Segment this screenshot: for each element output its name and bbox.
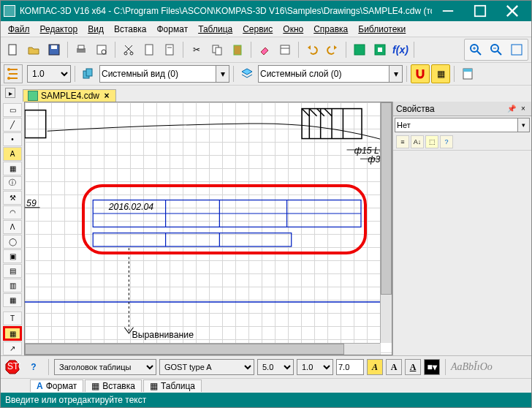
stop-button[interactable]: STOP	[4, 358, 21, 376]
font-preview: AaBbĬıOo	[451, 361, 493, 373]
layers-button[interactable]	[238, 64, 256, 83]
color-button[interactable]: ■▾	[424, 359, 440, 375]
tool-text-t[interactable]: T	[3, 311, 22, 325]
tool-box3[interactable]: ▥	[3, 279, 22, 292]
layer-combo[interactable]: ▾	[258, 65, 403, 83]
style-select[interactable]: Заголовок таблицы	[54, 359, 156, 375]
clear-button[interactable]	[255, 40, 274, 59]
size2-select[interactable]: 1.0	[297, 359, 333, 375]
svg-text:59: 59	[26, 198, 37, 208]
tool-table-highlighted[interactable]: ▦	[3, 326, 22, 341]
rp-tool-1[interactable]: ≡	[396, 135, 409, 148]
rp-tool-2[interactable]: A↓	[411, 135, 424, 148]
prop-tab-insert[interactable]: ▦Вставка	[85, 379, 142, 392]
bold-button[interactable]: A	[386, 359, 402, 375]
tool-text[interactable]: A	[3, 147, 22, 161]
tool-line[interactable]: ╱	[3, 118, 22, 132]
prop-tab-table[interactable]: ▦Таблица	[143, 379, 202, 392]
size3-input[interactable]	[336, 359, 364, 375]
cut-button[interactable]	[119, 40, 138, 59]
drawing-canvas[interactable]: ф15 L6/к ф32 2016.02.04	[24, 102, 392, 355]
library-button[interactable]	[350, 40, 369, 59]
menu-edit[interactable]: Редактор	[36, 23, 83, 36]
snap-magnet-button[interactable]	[411, 64, 430, 83]
vertical-scrollbar[interactable]	[380, 102, 392, 343]
menu-window[interactable]: Окно	[278, 23, 308, 36]
tool-arc[interactable]: ◠	[3, 205, 22, 219]
svg-rect-14	[166, 45, 173, 55]
scale-select[interactable]: 1.0	[27, 65, 71, 83]
undo-button[interactable]	[303, 40, 322, 59]
views-button[interactable]	[79, 64, 98, 83]
open-button[interactable]	[24, 40, 43, 59]
svg-rect-31	[512, 45, 522, 55]
menu-table[interactable]: Таблица	[194, 23, 237, 36]
tool-box1[interactable]: ▣	[3, 249, 22, 263]
chevron-down-icon[interactable]: ▾	[216, 65, 229, 83]
library2-button[interactable]	[370, 40, 390, 59]
new-button[interactable]	[4, 40, 23, 59]
view-combo[interactable]: ▾	[99, 65, 229, 83]
print-preview-button[interactable]	[92, 40, 111, 59]
minimize-button[interactable]	[432, 1, 464, 21]
fx-button[interactable]: f(x)	[391, 40, 410, 59]
menu-service[interactable]: Сервис	[238, 23, 277, 36]
tool-box2[interactable]: ▤	[3, 264, 22, 278]
close-button[interactable]	[496, 1, 528, 21]
panel-close-button[interactable]: ×	[518, 104, 528, 114]
save-button[interactable]	[45, 40, 64, 59]
scissors-button[interactable]: ✂	[187, 40, 206, 59]
paste-button[interactable]	[228, 40, 247, 59]
tab-close-button[interactable]: ×	[102, 91, 111, 100]
redo-button[interactable]	[323, 40, 342, 59]
snap-options-button[interactable]: ▦	[431, 64, 450, 83]
maximize-button[interactable]	[464, 1, 496, 21]
tool-compass[interactable]: Λ	[3, 220, 22, 234]
tool-circle[interactable]: ◯	[3, 235, 22, 249]
status-bar: Введите или отредактируйте текст	[1, 393, 531, 407]
svg-text:STOP: STOP	[7, 361, 20, 371]
manager-button[interactable]	[458, 64, 477, 83]
tool-select[interactable]: ▭	[3, 103, 22, 117]
chevron-down-icon[interactable]: ▾	[390, 65, 403, 83]
property-tabs: AФормат ▦Вставка ▦Таблица	[1, 378, 531, 393]
horizontal-scrollbar[interactable]	[25, 343, 380, 355]
zoom-out-button[interactable]	[487, 40, 506, 59]
menu-libs[interactable]: Библиотеки	[354, 23, 410, 36]
italic-button[interactable]: A	[367, 359, 383, 375]
tab-expander[interactable]: ▸	[5, 88, 15, 98]
rp-help-button[interactable]: ?	[440, 135, 453, 148]
size1-select[interactable]: 5.0	[257, 359, 294, 375]
prop-tab-format[interactable]: AФормат	[30, 379, 83, 392]
tool-hammer[interactable]: ⚒	[3, 191, 22, 205]
help-button[interactable]: ?	[24, 358, 43, 377]
menu-format[interactable]: Формат	[153, 23, 193, 36]
svg-line-29	[498, 51, 501, 55]
print-button[interactable]	[72, 40, 91, 59]
tool-hatch[interactable]: ▦	[3, 162, 22, 175]
menu-insert[interactable]: Вставка	[110, 23, 151, 36]
pin-icon[interactable]: 📌	[506, 104, 517, 114]
underline-button[interactable]: A	[405, 359, 421, 375]
menu-help[interactable]: Справка	[309, 23, 352, 36]
tool-doc2[interactable]	[160, 40, 179, 59]
document-tab[interactable]: SAMPLE4.cdw ×	[23, 89, 116, 102]
svg-rect-37	[463, 69, 472, 72]
chevron-down-icon[interactable]: ▾	[518, 118, 530, 132]
tool-doc1[interactable]	[140, 40, 159, 59]
rp-tool-3[interactable]: ⬚	[425, 135, 438, 148]
properties-button[interactable]	[276, 40, 294, 59]
tool-info[interactable]: ⓘ	[3, 176, 22, 190]
zoom-in-button[interactable]	[466, 40, 485, 59]
properties-type-combo[interactable]	[395, 118, 518, 132]
tool-point[interactable]: •	[3, 132, 22, 146]
menu-view[interactable]: Вид	[83, 23, 108, 36]
tool-callout[interactable]: ↗	[3, 341, 22, 355]
state-toggle[interactable]	[4, 64, 23, 83]
font-select[interactable]: GOST type A	[159, 359, 254, 375]
svg-rect-8	[78, 45, 84, 49]
copy-button[interactable]	[208, 40, 227, 59]
menu-file[interactable]: Файл	[4, 23, 34, 36]
zoom-fit-button[interactable]	[507, 40, 526, 59]
tool-box4[interactable]: ▦	[3, 293, 22, 307]
